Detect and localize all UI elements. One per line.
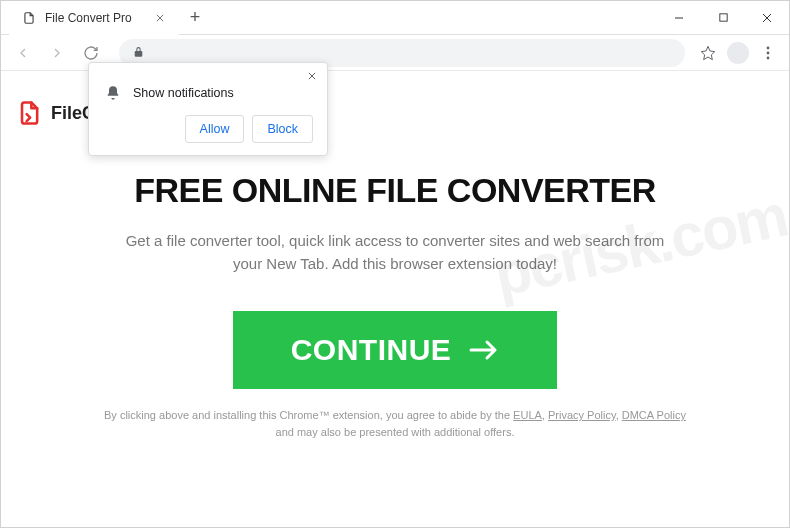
privacy-link[interactable]: Privacy Policy — [548, 409, 616, 421]
continue-button[interactable]: CONTINUE — [233, 311, 558, 389]
notification-body: Show notifications — [89, 73, 327, 101]
svg-point-2 — [767, 51, 770, 54]
brand-logo-icon — [15, 99, 43, 127]
hero-title: FREE ONLINE FILE CONVERTER — [1, 171, 789, 210]
svg-point-1 — [767, 46, 770, 49]
tab-close-icon[interactable] — [153, 11, 167, 25]
bell-icon — [105, 85, 121, 101]
minimize-button[interactable] — [657, 1, 701, 35]
svg-point-3 — [767, 56, 770, 59]
arrow-right-icon — [469, 339, 499, 361]
window-controls — [657, 1, 789, 35]
maximize-button[interactable] — [701, 1, 745, 35]
lock-icon[interactable] — [129, 44, 147, 62]
legal-prefix: By clicking above and installing this Ch… — [104, 409, 513, 421]
hero-subtitle: Get a file converter tool, quick link ac… — [105, 230, 685, 275]
legal-suffix: and may also be presented with additiona… — [276, 426, 515, 438]
notification-popup: Show notifications Allow Block — [88, 62, 328, 156]
menu-kebab-icon[interactable] — [759, 44, 777, 62]
cta-wrapper: CONTINUE — [1, 311, 789, 389]
address-bar-actions — [699, 42, 777, 64]
tab-favicon-icon — [21, 10, 37, 26]
browser-tab[interactable]: File Convert Pro — [9, 1, 179, 35]
eula-link[interactable]: EULA — [513, 409, 542, 421]
nav-back-button[interactable] — [9, 39, 37, 67]
svg-rect-0 — [719, 14, 726, 21]
window-close-button[interactable] — [745, 1, 789, 35]
star-icon[interactable] — [699, 44, 717, 62]
notification-close-icon[interactable] — [305, 69, 319, 83]
dmca-link[interactable]: DMCA Policy — [622, 409, 686, 421]
browser-window: File Convert Pro + — [0, 0, 790, 528]
notification-actions: Allow Block — [89, 101, 327, 143]
new-tab-button[interactable]: + — [183, 6, 207, 30]
notification-text: Show notifications — [133, 86, 234, 100]
tab-title: File Convert Pro — [45, 11, 145, 25]
profile-avatar[interactable] — [727, 42, 749, 64]
tab-bar: File Convert Pro + — [1, 1, 789, 35]
allow-button[interactable]: Allow — [185, 115, 245, 143]
continue-label: CONTINUE — [291, 333, 452, 367]
block-button[interactable]: Block — [252, 115, 313, 143]
legal-text: By clicking above and installing this Ch… — [1, 407, 789, 440]
nav-forward-button[interactable] — [43, 39, 71, 67]
